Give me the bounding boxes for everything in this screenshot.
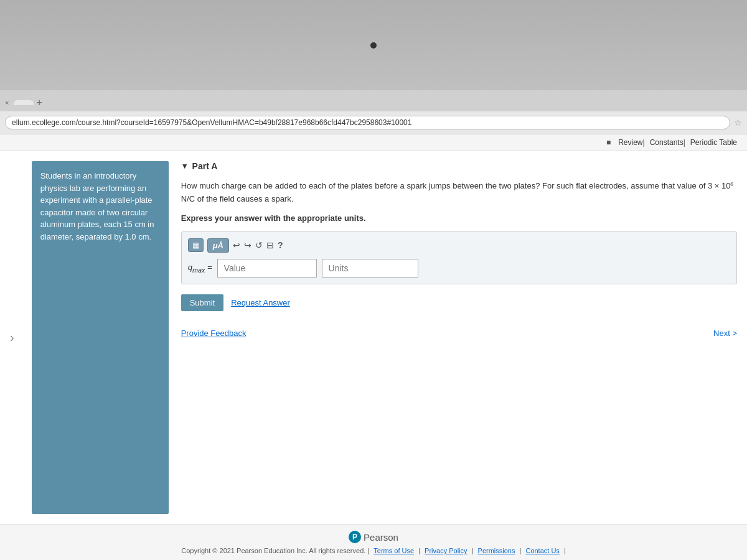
- question-text: How much charge can be added to each of …: [181, 180, 737, 206]
- review-icon: ■: [606, 138, 611, 147]
- value-input[interactable]: [217, 259, 317, 278]
- help-icon[interactable]: ?: [278, 240, 283, 250]
- action-buttons: Submit Request Answer: [181, 294, 737, 311]
- express-instruction: Express your answer with the appropriate…: [181, 213, 737, 223]
- footer: P Pearson Copyright © 2021 Pearson Educa…: [0, 524, 747, 560]
- refresh-icon[interactable]: ↺: [255, 240, 263, 250]
- pearson-label: Pearson: [364, 532, 398, 543]
- footer-copyright: Copyright © 2021 Pearson Education Inc. …: [6, 547, 741, 554]
- problem-text: Students in an introductory physics lab …: [40, 170, 160, 243]
- tab-close-button[interactable]: ×: [5, 99, 9, 106]
- mu-a-button[interactable]: μÅ: [207, 238, 229, 253]
- answer-box: ▦ μÅ ↩ ↪ ↺ ⊟ ? qmax =: [181, 231, 737, 284]
- url-text: ellum.ecollege.com/course.html?courseId=…: [12, 118, 411, 127]
- permissions-link[interactable]: Permissions: [478, 547, 515, 554]
- mu-icon: μÅ: [213, 241, 223, 250]
- contact-link[interactable]: Contact Us: [525, 547, 559, 554]
- review-link[interactable]: Review: [618, 138, 642, 147]
- formula-toolbar: ▦ μÅ ↩ ↪ ↺ ⊟ ?: [188, 238, 730, 253]
- undo-icon[interactable]: ↩: [233, 240, 240, 250]
- new-tab-button[interactable]: +: [36, 97, 42, 108]
- bookmark-icon[interactable]: ☆: [734, 118, 742, 128]
- part-label: Part A: [192, 161, 218, 171]
- input-row: qmax =: [188, 259, 730, 278]
- terms-link[interactable]: Terms of Use: [374, 547, 414, 554]
- url-bar[interactable]: ellum.ecollege.com/course.html?courseId=…: [5, 116, 730, 129]
- redo-icon[interactable]: ↪: [244, 240, 251, 250]
- right-content-area: ▼ Part A How much charge can be added to…: [181, 161, 737, 514]
- part-header: ▼ Part A: [181, 161, 737, 171]
- matrix-icon: ▦: [192, 241, 199, 250]
- bottom-links: Provide Feedback Next >: [181, 329, 737, 338]
- formula-icon-button[interactable]: ▦: [188, 238, 204, 252]
- request-answer-link[interactable]: Request Answer: [231, 298, 290, 307]
- provide-feedback-link[interactable]: Provide Feedback: [181, 329, 247, 338]
- next-link[interactable]: Next >: [713, 329, 737, 338]
- top-links-bar: ■ Review | Constants | Periodic Table: [0, 134, 747, 151]
- problem-description-panel: Students in an introductory physics lab …: [32, 161, 169, 514]
- constants-link[interactable]: Constants: [650, 138, 684, 147]
- keyboard-icon[interactable]: ⊟: [266, 240, 274, 250]
- periodic-table-link[interactable]: Periodic Table: [690, 138, 737, 147]
- part-toggle-icon[interactable]: ▼: [181, 162, 189, 170]
- privacy-link[interactable]: Privacy Policy: [425, 547, 467, 554]
- pearson-p-icon: P: [349, 531, 361, 543]
- active-tab[interactable]: [14, 100, 34, 105]
- submit-button[interactable]: Submit: [181, 294, 223, 311]
- nav-arrow-left[interactable]: ›: [10, 161, 19, 514]
- pearson-logo: P Pearson: [6, 531, 741, 543]
- equation-label: qmax =: [188, 263, 212, 274]
- units-input[interactable]: [322, 259, 418, 278]
